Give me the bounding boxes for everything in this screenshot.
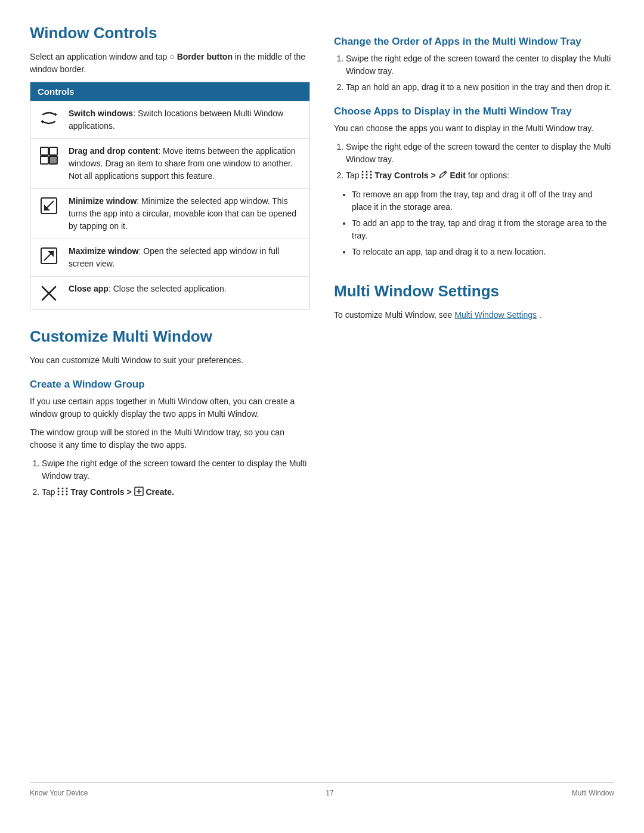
choose-apps-step2: Tap T bbox=[346, 169, 614, 182]
svg-point-33 bbox=[362, 176, 364, 178]
right-column: Change the Order of Apps in the Multi Wi… bbox=[334, 24, 614, 758]
settings-link[interactable]: Multi Window Settings bbox=[454, 310, 537, 320]
svg-rect-3 bbox=[49, 147, 57, 155]
change-order-steps: Swipe the right edge of the screen towar… bbox=[346, 52, 614, 94]
choose-apps-steps: Swipe the right edge of the screen towar… bbox=[346, 141, 614, 182]
svg-point-21 bbox=[58, 493, 60, 495]
switch-icon bbox=[38, 107, 60, 128]
page-footer: Know Your Device 17 Multi Window bbox=[30, 782, 614, 797]
svg-marker-0 bbox=[55, 113, 57, 116]
left-column: Window Controls Select an application wi… bbox=[30, 24, 310, 758]
svg-marker-1 bbox=[41, 120, 43, 123]
control-row-switch: Switch windows: Switch locations between… bbox=[30, 101, 309, 138]
footer-right: Multi Window bbox=[572, 789, 614, 797]
bullet-1: To remove an app from the tray, tap and … bbox=[352, 188, 614, 213]
maximize-text: Maximize window: Open the selected app w… bbox=[69, 245, 302, 270]
close-text: Close app: Close the selected applicatio… bbox=[69, 283, 227, 295]
change-order-step2: Tap an hold an app, drag it to a new pos… bbox=[346, 81, 614, 94]
svg-point-27 bbox=[362, 171, 364, 172]
controls-table: Controls Switch windows: Switch location… bbox=[30, 82, 310, 309]
window-controls-intro: Select an application window and tap ○ B… bbox=[30, 51, 310, 76]
footer-left: Know Your Device bbox=[30, 789, 88, 797]
close-icon bbox=[38, 283, 60, 303]
bullet-3: To relocate an app, tap and drag it to a… bbox=[352, 246, 614, 258]
svg-point-34 bbox=[366, 176, 368, 178]
edit-icon bbox=[438, 170, 448, 183]
create-group-para2: The window group will be stored in the M… bbox=[30, 426, 310, 451]
control-row-close: Close app: Close the selected applicatio… bbox=[30, 276, 309, 309]
svg-point-23 bbox=[66, 493, 68, 495]
footer-center: 17 bbox=[326, 789, 333, 797]
svg-rect-5 bbox=[49, 156, 57, 164]
svg-point-32 bbox=[370, 174, 372, 175]
svg-point-28 bbox=[366, 171, 368, 172]
control-row-maximize: Maximize window: Open the selected app w… bbox=[30, 239, 309, 276]
bullet-2: To add an app to the tray, tap and drag … bbox=[352, 217, 614, 242]
control-row-minimize: Minimize window: Minimize the selected a… bbox=[30, 188, 309, 239]
svg-point-31 bbox=[366, 174, 368, 175]
svg-point-29 bbox=[370, 171, 372, 172]
svg-point-15 bbox=[58, 487, 60, 489]
change-order-step1: Swipe the right edge of the screen towar… bbox=[346, 52, 614, 78]
minimize-icon bbox=[38, 195, 60, 215]
choose-apps-bullets: To remove an app from the tray, tap and … bbox=[352, 188, 614, 258]
create-icon bbox=[134, 487, 144, 500]
window-controls-title: Window Controls bbox=[30, 24, 310, 42]
svg-point-22 bbox=[62, 493, 64, 495]
maximize-icon bbox=[38, 245, 60, 265]
minimize-text: Minimize window: Minimize the selected a… bbox=[69, 195, 302, 233]
drag-icon bbox=[38, 145, 60, 165]
svg-point-16 bbox=[62, 487, 64, 489]
control-row-drag: Drag and drop content: Move items betwee… bbox=[30, 138, 309, 188]
create-group-title: Create a Window Group bbox=[30, 379, 310, 391]
svg-point-17 bbox=[66, 487, 68, 489]
svg-rect-4 bbox=[41, 156, 48, 164]
tray-controls-icon-2 bbox=[361, 171, 372, 182]
customize-intro: You can customize Multi Window to suit y… bbox=[30, 354, 310, 367]
svg-rect-2 bbox=[41, 147, 48, 155]
drag-text: Drag and drop content: Move items betwee… bbox=[69, 145, 302, 182]
svg-point-20 bbox=[66, 490, 68, 492]
choose-apps-title: Choose Apps to Display in the Multi Wind… bbox=[334, 106, 614, 117]
svg-point-35 bbox=[370, 176, 372, 178]
customize-title: Customize Multi Window bbox=[30, 327, 310, 346]
create-group-step1: Swipe the right edge of the screen towar… bbox=[42, 457, 310, 482]
switch-text: Switch windows: Switch locations between… bbox=[69, 107, 302, 132]
settings-intro: To customize Multi Window, see Multi Win… bbox=[334, 309, 614, 321]
choose-apps-step1: Swipe the right edge of the screen towar… bbox=[346, 141, 614, 166]
controls-header: Controls bbox=[30, 82, 309, 101]
choose-apps-intro: You can choose the apps you want to disp… bbox=[334, 122, 614, 135]
svg-line-36 bbox=[444, 172, 445, 174]
svg-point-18 bbox=[58, 490, 60, 492]
change-order-title: Change the Order of Apps in the Multi Wi… bbox=[334, 36, 614, 48]
create-group-steps: Swipe the right edge of the screen towar… bbox=[42, 457, 310, 499]
create-group-step2: Tap T bbox=[42, 486, 310, 499]
svg-point-19 bbox=[62, 490, 64, 492]
svg-point-30 bbox=[362, 174, 364, 175]
settings-title: Multi Window Settings bbox=[334, 282, 614, 301]
tray-controls-icon bbox=[57, 487, 68, 499]
create-group-para1: If you use certain apps together in Mult… bbox=[30, 395, 310, 420]
